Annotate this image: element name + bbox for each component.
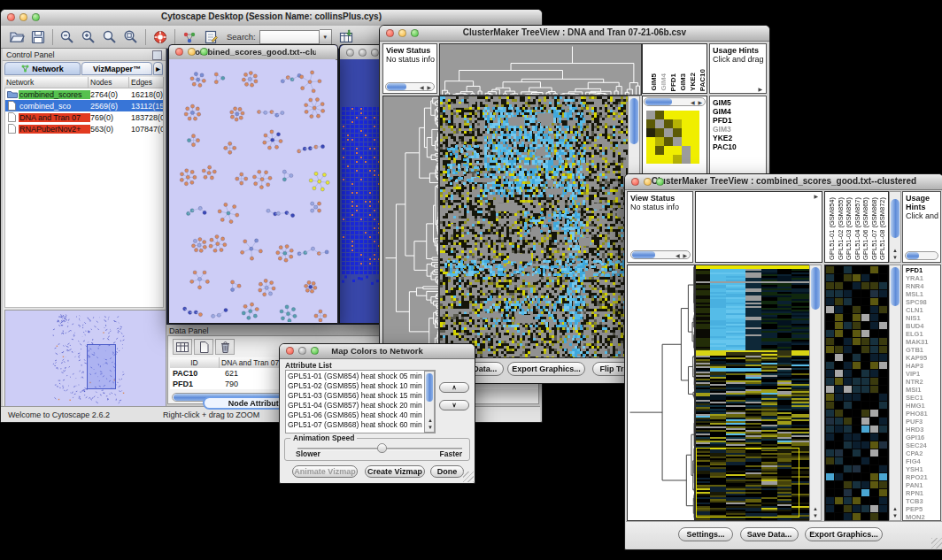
column-dendrogram-panel[interactable]: ▶ [695,191,822,263]
gene-label[interactable]: HRD3 [906,426,940,433]
zoom-window-button[interactable] [311,347,319,355]
table-icon[interactable] [173,339,192,355]
network-row[interactable]: combined_sco2569(6)13112(15) [5,100,163,111]
dialog-titlebar[interactable]: Map Colors to Network [280,344,475,359]
correlation-matrix[interactable] [646,111,699,164]
resize-grip[interactable] [931,538,942,548]
close-button[interactable] [286,347,294,355]
minimize-button[interactable] [644,178,652,186]
save-icon[interactable] [27,27,49,47]
attribute-item[interactable]: GPL51-01 (GSM854) heat shock 05 min [286,372,435,381]
dense-network-canvas[interactable] [340,59,381,323]
network-row[interactable]: combined_scores2764(0)16218(0) [5,88,163,100]
zoom-window-button[interactable] [371,49,379,57]
zoom-fit-icon[interactable] [99,27,120,47]
close-button[interactable] [7,13,15,21]
move-up-button[interactable]: ∧ [439,382,469,393]
zoom-window-button[interactable] [200,48,208,56]
column-header-nodes[interactable]: Nodes [89,77,129,88]
minimize-button[interactable] [398,29,406,37]
treeview-combined-titlebar[interactable]: ClusterMaker TreeView : combined_scores_… [625,174,942,190]
attribute-item[interactable]: GPL51-03 (GSM856) heat shock 15 min [286,391,435,401]
birdseye-overview[interactable] [4,310,166,409]
gene-label[interactable]: HMG1 [906,402,940,410]
zoom-window-button[interactable] [32,13,40,21]
search-dropdown-arrow[interactable]: ▼ [320,29,332,45]
column-labels-panel[interactable]: GIM5GIM4PFD1GIM3YKE2PAC10 [642,43,707,94]
column-header-network[interactable]: Network [4,77,89,88]
attribute-item[interactable]: GPL51-06 (GSM865) heat shock 40 min [286,410,435,420]
animate-vizmap-button[interactable]: Animate Vizmap [292,465,358,478]
network-view-titlebar[interactable]: combined_scores_good.txt--cluste... [169,45,337,60]
gene-label[interactable]: FIG4 [906,457,940,465]
view-status-hscrollbar[interactable]: ◀ ▶ [385,82,435,91]
open-folder-icon[interactable] [6,27,27,47]
gene-label[interactable]: MSI1 [906,386,940,394]
gene-label[interactable]: GPI16 [906,433,940,441]
float-panel-icon[interactable] [152,50,162,60]
gene-label[interactable]: MON2 [906,513,940,521]
column-labels-panel[interactable]: GPL51-01 (GSM854)GPL51-02 (GSM855)GPL51-… [824,191,889,263]
heatmap-canvas[interactable] [439,96,629,358]
column-header-edges[interactable]: Edges [129,77,164,88]
attribute-list-vscrollbar[interactable]: ▲▼ [424,371,435,433]
minimize-button[interactable] [359,49,367,57]
gene-label[interactable]: PEP5 [906,505,940,513]
usage-hints-hscrollbar[interactable] [905,251,938,260]
network-row[interactable]: DNA and Tran 07769(0)183728(0) [5,111,163,123]
attribute-item[interactable]: GPL51-02 (GSM855) heat shock 10 min [286,381,435,391]
gene-label[interactable]: HAP3 [906,362,940,370]
zoom-selected-icon[interactable] [120,27,142,47]
gene-label[interactable]: RPO21 [906,473,940,481]
gene-label[interactable]: SEC24 [906,441,940,449]
row-dendrogram[interactable] [382,96,439,358]
minimize-button[interactable] [298,347,306,355]
zoom-out-icon[interactable] [57,27,78,47]
gene-label[interactable]: PFD1 [713,116,766,125]
gene-label[interactable]: GTB1 [906,346,940,354]
delete-attribute-icon[interactable] [215,339,235,355]
help-ring-icon[interactable] [150,27,171,47]
zoom-vscrollbar[interactable]: ▲▼ [889,265,901,521]
minimize-button[interactable] [188,48,196,56]
resize-grip[interactable] [463,472,474,482]
heatmap-zoom-canvas[interactable] [824,265,891,521]
gene-label-list[interactable]: PFD1YRA1RNR4MSL1SPC98CLN1NIS1BUD4ELG1MAK… [902,265,941,521]
close-button[interactable] [175,48,183,56]
attribute-item[interactable]: GPL51-04 (GSM857) heat shock 20 min [286,401,435,410]
gene-label[interactable]: VIP1 [906,370,940,378]
network-canvas[interactable] [169,59,336,322]
view-status-hscrollbar[interactable]: ◀ ▶ [630,250,691,259]
gene-label[interactable]: CPA2 [906,449,940,457]
column-dendrogram[interactable] [439,43,642,96]
gene-label[interactable]: PAC10 [713,142,766,151]
attribute-list[interactable]: GPL51-01 (GSM854) heat shock 05 minGPL51… [285,370,436,433]
gene-label[interactable]: GIM5 [713,98,766,107]
gene-label[interactable]: NIS1 [906,314,940,322]
move-down-button[interactable]: ∨ [439,400,469,410]
attribute-item[interactable]: GPL51-07 (GSM868) heat shock 60 min [286,420,435,430]
tab-vizmapper[interactable]: VizMapper™ [81,62,152,75]
gene-label[interactable]: PUF3 [906,418,940,426]
gene-label[interactable]: NTR2 [906,378,940,386]
close-button[interactable] [346,49,354,57]
settings-button[interactable]: Settings... [678,527,733,541]
close-button[interactable] [386,29,394,37]
heatmap-vscrollbar[interactable]: ▲▼ [809,265,822,521]
gene-label[interactable]: PHO81 [906,410,940,418]
gene-label[interactable]: MSL1 [906,290,940,298]
export-graphics-button[interactable]: Export Graphics... [805,527,883,541]
gene-label[interactable]: TCB3 [906,497,940,505]
tab-overflow-arrow[interactable]: ▶ [153,62,163,75]
create-vizmap-button[interactable]: Create Vizmap [365,465,425,478]
gene-label[interactable]: MAK31 [906,338,940,346]
gene-label[interactable]: SPC98 [906,298,940,306]
row-dendrogram[interactable] [627,265,695,521]
usage-hints-scroll-arrow[interactable]: ▶ [758,86,765,92]
gene-label[interactable]: GIM3 [713,125,766,134]
new-attribute-icon[interactable] [194,339,213,355]
gene-label[interactable]: RNR4 [906,282,940,290]
data-column-id[interactable]: ID [170,357,220,368]
gene-label[interactable]: GIM4 [713,107,766,116]
export-graphics-button[interactable]: Export Graphics... [507,362,585,376]
